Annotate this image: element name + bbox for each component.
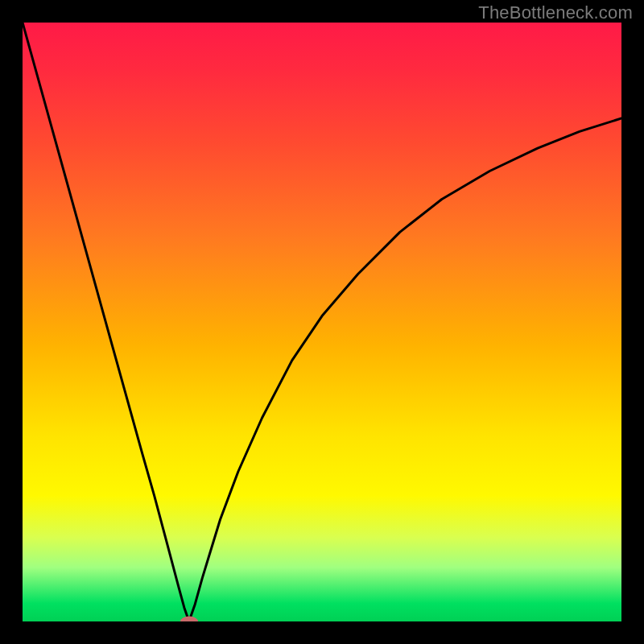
chart-area (23, 23, 621, 621)
watermark-text: TheBottleneck.com (478, 2, 633, 23)
optimal-point-marker (180, 617, 198, 622)
chart-curve (23, 23, 621, 621)
